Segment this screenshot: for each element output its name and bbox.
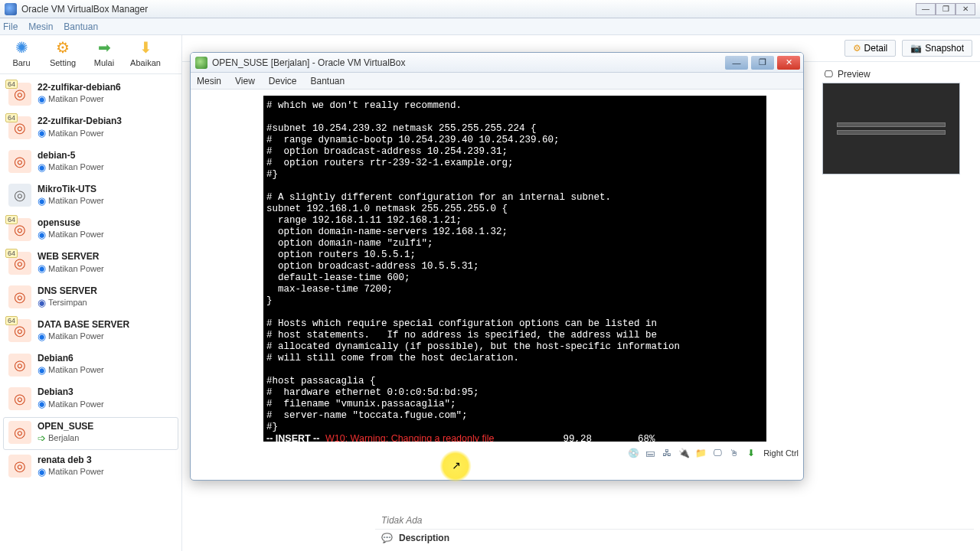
vm-os-icon: ◎ — [8, 285, 31, 308]
vm-item[interactable]: ◎ MikroTik-UTS ◉Matikan Power — [3, 180, 178, 213]
network-icon[interactable]: 🖧 — [661, 447, 673, 459]
toolbar-abaikan[interactable]: ⬇Abaikan — [129, 37, 162, 67]
preview-panel: 🖵Preview — [822, 66, 974, 174]
mouse-icon[interactable]: 🖱 — [728, 447, 740, 459]
vm-state: ◉Matikan Power — [38, 127, 122, 139]
none-label: Tidak Ada — [375, 512, 974, 529]
vm-item[interactable]: ◎ Debian3 ◉Matikan Power — [3, 383, 178, 416]
vm-state: ◉Matikan Power — [38, 331, 129, 343]
vm-name: DNS SERVER — [38, 285, 97, 297]
vm-name: OPEN_SUSE — [38, 421, 93, 432]
vm-state: ◉Matikan Power — [38, 398, 104, 410]
vm-os-icon: ◎64 — [8, 116, 31, 139]
vm-item[interactable]: ◎64 WEB SERVER ◉Matikan Power — [3, 247, 178, 280]
suse-icon — [195, 57, 207, 69]
vm-name: MikroTik-UTS — [38, 184, 104, 195]
minimize-button[interactable]: — — [916, 3, 936, 15]
vm-name: WEB SERVER — [38, 251, 104, 262]
vm-item[interactable]: ◎64 22-zulfikar-debian6 ◉Matikan Power — [3, 78, 178, 111]
vm-minimize-button[interactable]: — — [725, 56, 748, 70]
vm-os-icon: ◎64 — [8, 252, 31, 275]
description-label: Description — [399, 533, 449, 543]
description-icon: 💬 — [381, 533, 393, 543]
vm-menu-view[interactable]: View — [235, 76, 255, 86]
vm-state: ➩Berjalan — [38, 432, 93, 445]
toolbar-baru[interactable]: ✺Baru — [5, 37, 38, 67]
vm-name: Debian6 — [38, 353, 104, 364]
menu-help[interactable]: Bantuan — [64, 21, 98, 32]
vm-item[interactable]: ◎ debian-5 ◉Matikan Power — [3, 146, 178, 179]
vm-state: ◉Matikan Power — [38, 466, 104, 478]
vm-os-icon: ◎ — [8, 421, 31, 444]
vm-os-icon: ◎ — [8, 184, 31, 207]
cd-icon[interactable]: 💿 — [627, 447, 639, 459]
vm-titlebar[interactable]: OPEN_SUSE [Berjalan] - Oracle VM Virtual… — [191, 53, 803, 73]
virtualbox-icon — [5, 3, 17, 15]
detail-button[interactable]: ⚙Detail — [844, 40, 897, 57]
vm-name: debian-5 — [38, 150, 104, 161]
vm-window-title: OPEN_SUSE [Berjalan] - Oracle VM Virtual… — [212, 57, 406, 68]
vm-item[interactable]: ◎64 DATA BASE SERVER ◉Matikan Power — [3, 315, 178, 348]
vm-os-icon: ◎ — [8, 354, 31, 377]
close-button[interactable]: ✕ — [956, 3, 975, 15]
app-titlebar: Oracle VM VirtualBox Manager — ❐ ✕ — [0, 0, 980, 18]
menu-machine[interactable]: Mesin — [28, 21, 53, 32]
gear-icon: ⚙ — [853, 43, 861, 54]
mulai-icon: ➡ — [93, 37, 115, 58]
vm-item[interactable]: ◎ OPEN_SUSE ➩Berjalan — [3, 417, 178, 450]
baru-icon: ✺ — [11, 37, 32, 58]
vm-statusbar: 💿 🖴 🖧 🔌 📁 🖵 🖱 ⬇ Right Ctrl — [191, 445, 803, 461]
toolbar: ✺Baru⚙Setting➡Mulai⬇Abaikan — [0, 35, 181, 74]
vm-state: ◉Matikan Power — [38, 161, 104, 174]
vm-state: ◉Matikan Power — [38, 262, 104, 275]
vm-close-button[interactable]: ✕ — [777, 56, 800, 70]
window-controls: — ❐ ✕ — [916, 3, 975, 15]
vm-os-icon: ◎64 — [8, 319, 31, 342]
vm-item[interactable]: ◎ DNS SERVER ◉Tersimpan — [3, 282, 178, 315]
keyboard-capture-icon[interactable]: ⬇ — [745, 447, 757, 459]
vm-console[interactable]: # which we don't really recommend. #subn… — [263, 96, 766, 442]
vm-state: ◉Matikan Power — [38, 93, 121, 106]
vm-menubar: Mesin View Device Bantuan — [191, 73, 803, 90]
vm-os-icon: ◎64 — [8, 218, 31, 241]
vm-name: DATA BASE SERVER — [38, 319, 129, 331]
vm-menu-help[interactable]: Bantuan — [311, 76, 345, 86]
vm-os-icon: ◎64 — [8, 83, 31, 106]
vm-name: renata deb 3 — [38, 455, 104, 466]
preview-thumbnail[interactable] — [822, 83, 960, 174]
vm-item[interactable]: ◎64 opensuse ◉Matikan Power — [3, 214, 178, 246]
app-title: Oracle VM VirtualBox Manager — [21, 4, 148, 15]
vm-item[interactable]: ◎64 22-zulfikar-Debian3 ◉Matikan Power — [3, 112, 178, 145]
vm-os-icon: ◎ — [8, 455, 31, 478]
hdd-icon[interactable]: 🖴 — [644, 447, 656, 459]
vm-state: ◉Matikan Power — [38, 364, 104, 377]
vm-item[interactable]: ◎ renata deb 3 ◉Matikan Power — [3, 451, 178, 484]
vm-item[interactable]: ◎ Debian6 ◉Matikan Power — [3, 349, 178, 382]
vm-maximize-button[interactable]: ❐ — [751, 56, 774, 70]
menu-file[interactable]: File — [3, 21, 18, 32]
vm-name: 22-zulfikar-Debian3 — [38, 116, 122, 127]
preview-label: Preview — [838, 69, 871, 80]
vm-state: ◉Tersimpan — [38, 297, 97, 309]
vm-list: ◎64 22-zulfikar-debian6 ◉Matikan Power◎6… — [0, 74, 181, 551]
vm-name: 22-zulfikar-debian6 — [38, 82, 121, 93]
setting-icon: ⚙ — [52, 37, 74, 58]
display-icon[interactable]: 🖵 — [711, 447, 724, 459]
vm-menu-device[interactable]: Device — [269, 76, 297, 86]
vm-window[interactable]: OPEN_SUSE [Berjalan] - Oracle VM Virtual… — [190, 52, 804, 481]
host-key-label: Right Ctrl — [763, 448, 799, 458]
vm-name: Debian3 — [38, 386, 104, 398]
vm-menu-machine[interactable]: Mesin — [197, 76, 221, 86]
vm-state: ◉Matikan Power — [38, 195, 104, 207]
monitor-icon: 🖵 — [824, 69, 833, 80]
maximize-button[interactable]: ❐ — [936, 3, 956, 15]
shared-folder-icon[interactable]: 📁 — [694, 447, 707, 459]
details-bottom: Tidak Ada 💬Description — [375, 512, 974, 546]
toolbar-setting[interactable]: ⚙Setting — [46, 37, 80, 67]
usb-icon[interactable]: 🔌 — [678, 447, 690, 459]
snapshot-button[interactable]: 📷Snapshot — [902, 40, 972, 57]
app-menubar: File Mesin Bantuan — [0, 18, 980, 35]
toolbar-mulai[interactable]: ➡Mulai — [87, 37, 121, 67]
vm-os-icon: ◎ — [8, 150, 31, 173]
abaikan-icon: ⬇ — [135, 37, 156, 58]
